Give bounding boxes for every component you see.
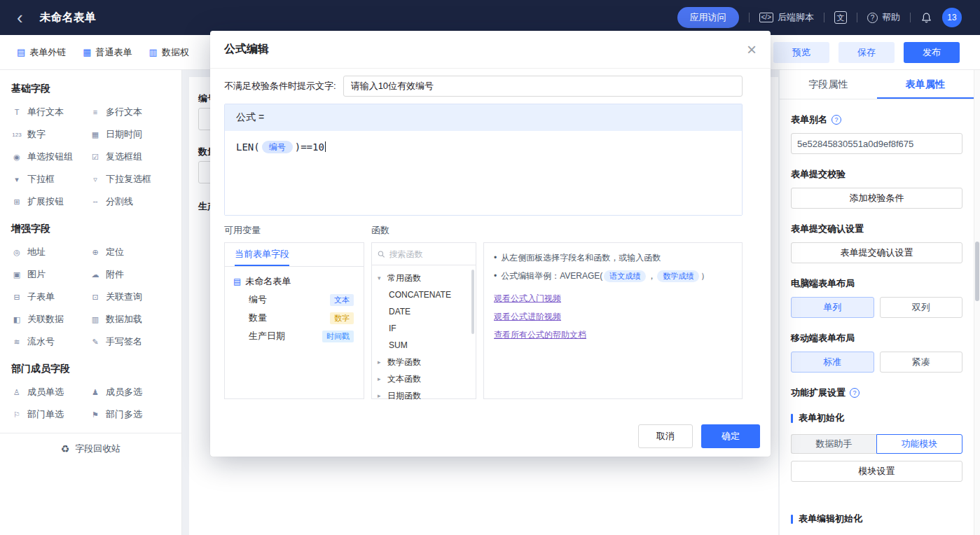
tab-field-properties[interactable]: 字段属性 xyxy=(780,70,877,99)
pc-layout-single-column[interactable]: 单列 xyxy=(791,297,874,318)
example-suffix: ） xyxy=(701,271,709,281)
tree-node-form[interactable]: ▤ 未命名表单 xyxy=(233,272,355,291)
multi-line-text-icon: ≡ xyxy=(90,108,101,116)
formula-input-area[interactable]: LEN(编号)==10 xyxy=(225,131,742,215)
field-item-dept-single[interactable]: ⚐部门单选 xyxy=(11,403,90,426)
example-field-pill: 数学成绩 xyxy=(657,270,699,282)
function-search xyxy=(372,243,476,265)
app-access-button[interactable]: 应用访问 xyxy=(677,7,739,28)
field-item-checkbox-group[interactable]: ☑复选框组 xyxy=(90,146,168,168)
window-scrollbar[interactable] xyxy=(974,70,980,535)
init-data-assistant[interactable]: 数据助手 xyxy=(791,434,876,454)
close-icon[interactable]: × xyxy=(747,41,757,58)
field-label: 成员多选 xyxy=(106,386,142,398)
link-help-docs[interactable]: 查看所有公式的帮助文档 xyxy=(494,326,732,344)
extension-settings-title: 功能扩展设置 xyxy=(791,387,846,399)
publish-button[interactable]: 发布 xyxy=(904,42,960,63)
field-item-multi-line-text[interactable]: ≡多行文本 xyxy=(90,101,168,123)
form-alias-input[interactable] xyxy=(791,133,962,154)
field-item-serial-number[interactable]: ≋流水号 xyxy=(11,331,90,353)
form-edit-init-title: 表单编辑初始化 xyxy=(799,513,862,525)
init-function-module[interactable]: 功能模块 xyxy=(876,434,962,454)
bell-icon[interactable] xyxy=(920,12,932,24)
help-bullet-1: •从左侧面板选择字段名和函数，或输入函数 xyxy=(494,249,732,267)
function-list-scrollbar[interactable] xyxy=(471,270,474,334)
field-label: 数据加载 xyxy=(106,313,142,326)
field-item-dropdown-multi[interactable]: ▿下拉复选框 xyxy=(90,168,168,190)
form-alias-help-icon[interactable]: ? xyxy=(831,115,841,125)
formula-field-pill[interactable]: 编号 xyxy=(262,141,293,153)
field-item-location[interactable]: ⊕定位 xyxy=(90,241,168,263)
avatar[interactable]: 13 xyxy=(942,8,962,27)
field-recycle-bin[interactable]: ♻ 字段回收站 xyxy=(0,433,181,464)
field-item-dept-multi[interactable]: ⚑部门多选 xyxy=(90,403,168,426)
function-group-common[interactable]: ▾ 常用函数 xyxy=(372,270,476,286)
tab-form-properties[interactable]: 表单属性 xyxy=(877,70,974,99)
field-item-subform[interactable]: ⊟子表单 xyxy=(11,286,90,308)
pc-layout-double-column[interactable]: 双列 xyxy=(880,297,963,318)
extension-help-icon[interactable]: ? xyxy=(850,388,860,398)
function-group-textfn[interactable]: ▸ 文本函数 xyxy=(372,370,476,387)
field-item-related-data[interactable]: ◧关联数据 xyxy=(11,308,90,331)
field-item-divider-line[interactable]: ╌分割线 xyxy=(90,190,168,213)
function-group-math[interactable]: ▸ 数学函数 xyxy=(372,354,476,370)
field-item-number[interactable]: 123数字 xyxy=(11,123,90,146)
variables-tree: ▤ 未命名表单 编号 文本 数量 数字 生产日期 时间戳 xyxy=(225,267,364,351)
panel-labels-row: 可用变量 函数 xyxy=(224,224,743,237)
bullet-icon: • xyxy=(494,271,497,281)
tab-form-external-link[interactable]: ▤ 表单外链 xyxy=(17,46,66,59)
field-item-lookup-query[interactable]: ⊡关联查询 xyxy=(90,286,168,308)
field-item-member-single[interactable]: ♙成员单选 xyxy=(11,381,90,403)
field-item-radio-group[interactable]: ◉单选按钮组 xyxy=(11,146,90,168)
preview-button[interactable]: 预览 xyxy=(773,42,829,63)
field-item-datetime[interactable]: ▦日期时间 xyxy=(90,123,168,146)
tab-current-form-fields[interactable]: 当前表单字段 xyxy=(235,243,289,266)
function-item-date[interactable]: DATE xyxy=(372,303,476,320)
link-intro-video[interactable]: 观看公式入门视频 xyxy=(494,289,732,307)
field-item-address[interactable]: ◎地址 xyxy=(11,241,90,263)
function-item-concatenate[interactable]: CONCATENATE xyxy=(372,286,476,303)
mobile-layout-standard[interactable]: 标准 xyxy=(791,352,874,373)
field-item-attachment[interactable]: ☁附件 xyxy=(90,263,168,286)
backend-script-button[interactable]: </> 后端脚本 xyxy=(759,11,814,24)
function-group-datefn[interactable]: ▸ 日期函数 xyxy=(372,387,476,404)
member-fields-grid: ♙成员单选 ♟成员多选 ⚐部门单选 ⚑部门多选 xyxy=(0,381,181,426)
link-advanced-video[interactable]: 观看公式进阶视频 xyxy=(494,307,732,326)
variable-name: 编号 xyxy=(249,293,267,306)
field-item-image[interactable]: ▣图片 xyxy=(11,263,90,286)
module-settings-button[interactable]: 模块设置 xyxy=(791,461,962,482)
variable-item-quantity[interactable]: 数量 数字 xyxy=(233,309,355,327)
variable-item-production-date[interactable]: 生产日期 时间戳 xyxy=(233,327,355,345)
ok-button[interactable]: 确定 xyxy=(701,424,760,448)
cancel-button[interactable]: 取消 xyxy=(638,424,693,448)
example-field-pill: 语文成绩 xyxy=(604,270,646,282)
back-icon[interactable]: ‹ xyxy=(17,4,23,32)
variable-item-number[interactable]: 编号 文本 xyxy=(233,291,355,309)
help-button[interactable]: ? 帮助 xyxy=(867,11,900,24)
field-item-extend-button[interactable]: ⊞扩展按钮 xyxy=(11,190,90,213)
function-item-sum[interactable]: SUM xyxy=(372,337,476,354)
section-title-enhanced-fields: 增强字段 xyxy=(0,223,181,235)
text-caret xyxy=(325,141,326,152)
function-item-if[interactable]: IF xyxy=(372,320,476,337)
translate-button[interactable]: 文 xyxy=(834,11,847,24)
scrollbar-thumb[interactable] xyxy=(975,242,979,301)
add-validation-button[interactable]: 添加校验条件 xyxy=(791,188,962,209)
mobile-layout-compact[interactable]: 紧凑 xyxy=(880,352,963,373)
field-item-single-line-text[interactable]: T单行文本 xyxy=(11,101,90,123)
help-example-prefix: 公式编辑举例：AVERAGE( xyxy=(501,271,602,281)
field-item-dropdown[interactable]: ▾下拉框 xyxy=(11,168,90,190)
app-header: ‹ 未命名表单 应用访问 </> 后端脚本 文 ? 帮助 13 xyxy=(0,0,980,35)
submit-confirm-button[interactable]: 表单提交确认设置 xyxy=(791,242,962,263)
function-search-input[interactable] xyxy=(389,249,471,259)
tab-normal-form[interactable]: ▦ 普通表单 xyxy=(83,46,132,59)
save-button[interactable]: 保存 xyxy=(838,42,895,63)
prompt-text-input[interactable] xyxy=(343,76,743,97)
toolbar-actions: 预览 保存 发布 xyxy=(773,42,980,63)
dept-multi-icon: ⚑ xyxy=(90,410,101,419)
function-group-label: 常用函数 xyxy=(387,272,421,284)
field-item-data-load[interactable]: ▥数据加载 xyxy=(90,308,168,331)
tab-data-permission[interactable]: ▥ 数据权 xyxy=(149,46,189,59)
field-item-member-multi[interactable]: ♟成员多选 xyxy=(90,381,168,403)
field-item-signature[interactable]: ✎手写签名 xyxy=(90,331,168,353)
